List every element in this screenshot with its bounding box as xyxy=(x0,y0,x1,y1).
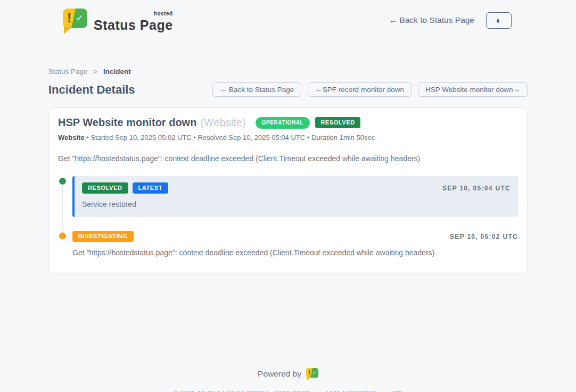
timeline-message: Service restored xyxy=(82,200,511,208)
breadcrumb: Status Page > Incident xyxy=(48,68,528,76)
breadcrumb-status-page[interactable]: Status Page xyxy=(48,68,88,76)
back-to-status-page-link[interactable]: ← Back to Status Page xyxy=(389,15,474,25)
resolved-status-badge: RESOLVED xyxy=(82,182,128,194)
incident-title-row: HSP Website monitor down (Website) OPERA… xyxy=(58,116,518,129)
incident-component: (Website) xyxy=(200,116,245,129)
timeline-timestamp: SEP 10, 05:04 UTC xyxy=(442,185,511,192)
theme-toggle-button[interactable]: ◐ xyxy=(486,12,512,29)
timeline-entry-content: RESOLVED LATEST SEP 10, 05:04 UTC Servic… xyxy=(72,176,518,217)
latest-tag-badge: LATEST xyxy=(133,182,169,194)
brand-logo: ! ✓ Status Page hosted xyxy=(63,9,173,32)
copyright-line: © 2025-10-08 14:10:34.772084 +0200 CEST … xyxy=(0,390,576,392)
incident-meta-component: Website xyxy=(58,134,85,141)
statuspage-logo-icon: ! ✓ xyxy=(63,9,87,32)
incident-description: Get "https://hostedstatus.page": context… xyxy=(58,154,518,163)
brand-superscript: hosted xyxy=(154,11,173,16)
incident-meta: Website • Started Sep 10, 2025 05:02 UTC… xyxy=(58,134,518,141)
incident-card: HSP Website monitor down (Website) OPERA… xyxy=(48,107,528,273)
timeline-entry-content: INVESTIGATING SEP 10, 05:02 UTC Get "htt… xyxy=(72,231,518,257)
main-content: Status Page > Incident Incident Details … xyxy=(48,68,528,273)
timeline-entry-resolved: RESOLVED LATEST SEP 10, 05:04 UTC Servic… xyxy=(58,176,518,217)
copyright-text: © 2025-10-08 14:10:34.772084 +0200 CEST … xyxy=(173,390,376,392)
prev-incident-button[interactable]: ←SPF record monitor down xyxy=(308,82,412,97)
sparkles-icon: ✦ xyxy=(380,390,385,392)
back-to-status-page-button[interactable]: ← Back to Status Page xyxy=(212,82,302,97)
status-page-app: ! ✓ Status Page hosted ← Back to Status … xyxy=(0,0,576,392)
checkmark-icon: ✓ xyxy=(76,13,83,24)
exclamation-icon: ! xyxy=(308,369,310,377)
incident-title: HSP Website monitor down xyxy=(58,116,196,129)
incident-meta-details: • Started Sep 10, 2025 05:02 UTC • Resol… xyxy=(85,134,375,141)
footer: Powered by ! ✓ © 2025-10-08 14:10:34.772… xyxy=(0,368,576,392)
timeline-dot-green xyxy=(58,177,67,186)
checkmark-icon: ✓ xyxy=(312,370,316,376)
header: ! ✓ Status Page hosted ← Back to Status … xyxy=(0,0,576,32)
exclamation-icon: ! xyxy=(67,10,71,26)
incident-timeline: RESOLVED LATEST SEP 10, 05:04 UTC Servic… xyxy=(58,176,518,257)
title-row: Incident Details ← Back to Status Page ←… xyxy=(48,82,528,97)
powered-by: Powered by ! ✓ xyxy=(258,368,318,380)
page-title: Incident Details xyxy=(48,83,135,97)
timeline-message: Get "https://hostedstatus.page": context… xyxy=(72,248,518,257)
timeline-timestamp: SEP 10, 05:02 UTC xyxy=(450,233,518,240)
breadcrumb-incident: Incident xyxy=(103,68,131,76)
investigating-status-badge: INVESTIGATING xyxy=(72,231,134,242)
header-actions: ← Back to Status Page ◐ xyxy=(389,12,512,29)
timeline-entry-investigating: INVESTIGATING SEP 10, 05:02 UTC Get "htt… xyxy=(58,231,518,257)
resolved-badge: RESOLVED xyxy=(315,117,360,128)
incident-nav-buttons: ← Back to Status Page ←SPF record monito… xyxy=(212,82,528,97)
operational-badge: OPERATIONAL xyxy=(256,117,310,129)
breadcrumb-separator: > xyxy=(93,68,97,76)
next-incident-button[interactable]: HSP Website monitor down→ xyxy=(418,82,528,97)
powered-by-label: Powered by xyxy=(258,369,301,379)
timeline-dot-orange xyxy=(58,231,67,240)
statuspage-mini-logo-icon: ! ✓ xyxy=(306,368,318,380)
contrast-icon: ◐ xyxy=(496,16,501,25)
footer-brand-suffix: HSP xyxy=(389,390,403,392)
brand-name: Status Page hosted xyxy=(94,13,173,32)
